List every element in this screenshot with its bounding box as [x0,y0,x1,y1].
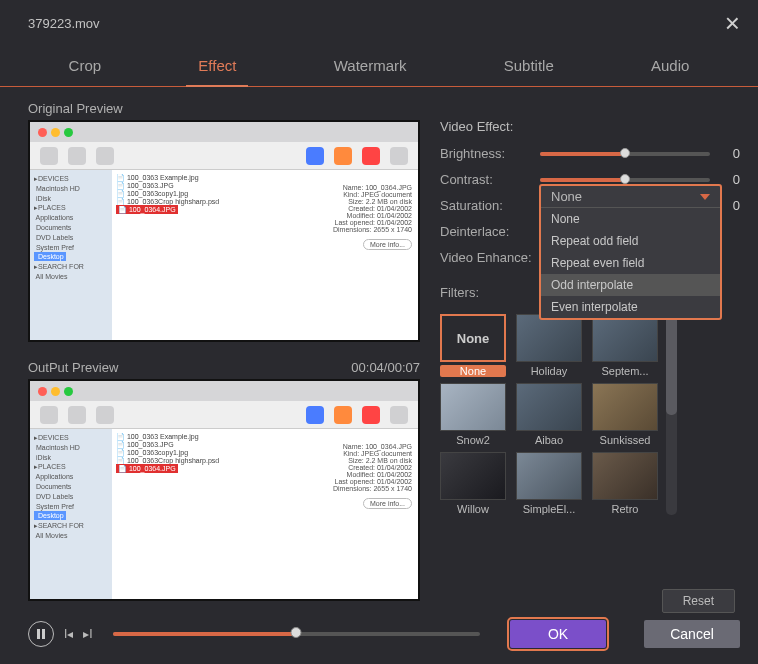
tab-subtitle[interactable]: Subtitle [492,50,566,87]
filter-aibao[interactable]: Aibao [516,383,582,446]
timeline-slider[interactable] [113,632,480,636]
window-title: 379223.mov [28,16,100,31]
deinterlace-option-repeat-even[interactable]: Repeat even field [541,252,720,274]
contrast-slider[interactable] [540,178,710,182]
tab-audio[interactable]: Audio [639,50,701,87]
filter-retro[interactable]: Retro [592,452,658,515]
video-effect-title: Video Effect: [440,119,740,134]
saturation-value: 0 [722,198,740,213]
saturation-label: Saturation: [440,198,540,213]
original-preview: ▸DEVICES Macintosh HD iDisk▸PLACES Appli… [28,120,420,342]
contrast-label: Contrast: [440,172,540,187]
output-preview: ▸DEVICES Macintosh HD iDisk▸PLACES Appli… [28,379,420,601]
preview-timecode: 00:04/00:07 [351,360,420,375]
pause-icon [36,629,46,639]
play-pause-button[interactable] [28,621,54,647]
filter-sunkissed[interactable]: Sunkissed [592,383,658,446]
deinterlace-label: Deinterlace: [440,224,540,239]
prev-button[interactable]: I◂ [64,627,73,641]
filters-grid: None None Holiday Septem... Snow2 [440,314,658,515]
next-button[interactable]: ▸I [83,627,92,641]
filter-willow[interactable]: Willow [440,452,506,515]
deinterlace-dropdown[interactable]: None None Repeat odd field Repeat even f… [539,184,722,320]
filter-september[interactable]: Septem... [592,314,658,377]
contrast-value: 0 [722,172,740,187]
svg-rect-0 [37,629,40,639]
deinterlace-option-repeat-odd[interactable]: Repeat odd field [541,230,720,252]
tab-bar: Crop Effect Watermark Subtitle Audio [0,42,758,87]
deinterlace-current: None [551,189,582,204]
tab-effect[interactable]: Effect [186,50,248,87]
output-preview-label: OutPut Preview [28,360,118,375]
filters-label: Filters: [440,285,540,300]
filter-holiday[interactable]: Holiday [516,314,582,377]
filter-simpleelegance[interactable]: SimpleEl... [516,452,582,515]
brightness-slider[interactable] [540,152,710,156]
brightness-value: 0 [722,146,740,161]
filter-none[interactable]: None None [440,314,506,377]
deinterlace-option-odd-interpolate[interactable]: Odd interpolate [541,274,720,296]
enhance-label: Video Enhance: [440,250,540,265]
deinterlace-option-none[interactable]: None [541,208,720,230]
original-preview-label: Original Preview [28,101,123,116]
tab-crop[interactable]: Crop [57,50,114,87]
close-icon[interactable]: × [725,10,740,36]
filters-scrollbar[interactable] [666,314,677,515]
tab-watermark[interactable]: Watermark [322,50,419,87]
brightness-label: Brightness: [440,146,540,161]
chevron-down-icon [700,194,710,200]
ok-button[interactable]: OK [510,620,606,648]
filter-snow2[interactable]: Snow2 [440,383,506,446]
deinterlace-option-even-interpolate[interactable]: Even interpolate [541,296,720,318]
cancel-button[interactable]: Cancel [644,620,740,648]
svg-rect-1 [42,629,45,639]
